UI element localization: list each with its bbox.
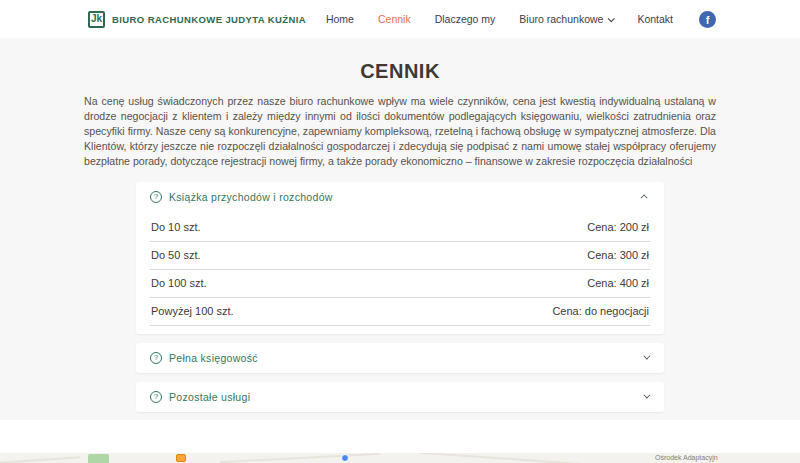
nav-item-cennik[interactable]: Cennik — [378, 13, 411, 25]
accordion-header[interactable]: ? Pozostałe usługi — [136, 382, 664, 412]
brand-name: BIURO RACHUNKOWE JUDYTA KUŹNIA — [112, 14, 306, 25]
road-shield-icon — [176, 454, 186, 462]
accordion-list: ? Książka przychodów i rozchodów Do 10 s… — [136, 182, 664, 412]
accordion-body: Do 10 szt. Cena: 200 zł Do 50 szt. Cena:… — [136, 212, 664, 334]
pricing-intro-paragraph: Na cenę usług świadczonych przez nasze b… — [84, 94, 716, 169]
main-nav: Home Cennik Dlaczego my Biuro rachunkowe… — [326, 11, 716, 28]
price-row-label: Do 50 szt. — [151, 249, 201, 261]
facebook-icon[interactable]: f — [699, 11, 716, 28]
accordion-title: Pełna księgowość — [169, 352, 643, 364]
pricing-section: CENNIK Na cenę usług świadczonych przez … — [0, 38, 800, 420]
accordion-pozostale-uslugi: ? Pozostałe usługi — [136, 382, 664, 412]
nav-item-home[interactable]: Home — [326, 13, 354, 25]
price-row: Powyżej 100 szt. Cena: do negocjacji — [150, 298, 650, 326]
chevron-down-icon — [643, 392, 650, 399]
map-embed[interactable]: Ośrodek Adaptacyjn — [0, 453, 800, 463]
question-icon: ? — [150, 191, 162, 203]
price-row: Do 50 szt. Cena: 300 zł — [150, 242, 650, 270]
nav-item-biuro-rachunkowe[interactable]: Biuro rachunkowe — [519, 13, 613, 25]
map-road — [420, 453, 600, 463]
price-row: Do 10 szt. Cena: 200 zł — [150, 214, 650, 242]
map-park-area — [88, 454, 109, 463]
price-row-value: Cena: 300 zł — [587, 249, 649, 261]
price-row-label: Powyżej 100 szt. — [151, 305, 234, 317]
accordion-title: Książka przychodów i rozchodów — [169, 191, 643, 203]
accordion-pelna-ksiegowosc: ? Pełna księgowość — [136, 343, 664, 373]
nav-item-dlaczego-my[interactable]: Dlaczego my — [435, 13, 496, 25]
question-icon: ? — [150, 391, 162, 403]
map-pin-icon — [341, 454, 349, 462]
nav-item-kontakt[interactable]: Kontakt — [637, 13, 673, 25]
accordion-ksiazka-przychodow: ? Książka przychodów i rozchodów Do 10 s… — [136, 182, 664, 334]
accordion-header[interactable]: ? Książka przychodów i rozchodów — [136, 182, 664, 212]
map-road — [220, 453, 380, 463]
map-road — [0, 456, 80, 463]
accordion-title: Pozostałe usługi — [169, 391, 643, 403]
brand-logo[interactable]: Jk BIURO RACHUNKOWE JUDYTA KUŹNIA — [88, 11, 306, 28]
map-poi-label: Ośrodek Adaptacyjn — [655, 454, 718, 461]
accordion-header[interactable]: ? Pełna księgowość — [136, 343, 664, 373]
chevron-down-icon — [608, 15, 615, 22]
price-row-value: Cena: 400 zł — [587, 277, 649, 289]
page-title: CENNIK — [0, 60, 800, 83]
logo-monogram-icon: Jk — [88, 11, 105, 28]
nav-item-label: Biuro rachunkowe — [519, 13, 603, 25]
top-navigation-bar: Jk BIURO RACHUNKOWE JUDYTA KUŹNIA Home C… — [0, 0, 800, 38]
price-row-value: Cena: 200 zł — [587, 221, 649, 233]
chevron-down-icon — [643, 353, 650, 360]
question-icon: ? — [150, 352, 162, 364]
price-row-value: Cena: do negocjacji — [552, 305, 649, 317]
price-row-label: Do 100 szt. — [151, 277, 207, 289]
price-row-label: Do 10 szt. — [151, 221, 201, 233]
price-row: Do 100 szt. Cena: 400 zł — [150, 270, 650, 298]
